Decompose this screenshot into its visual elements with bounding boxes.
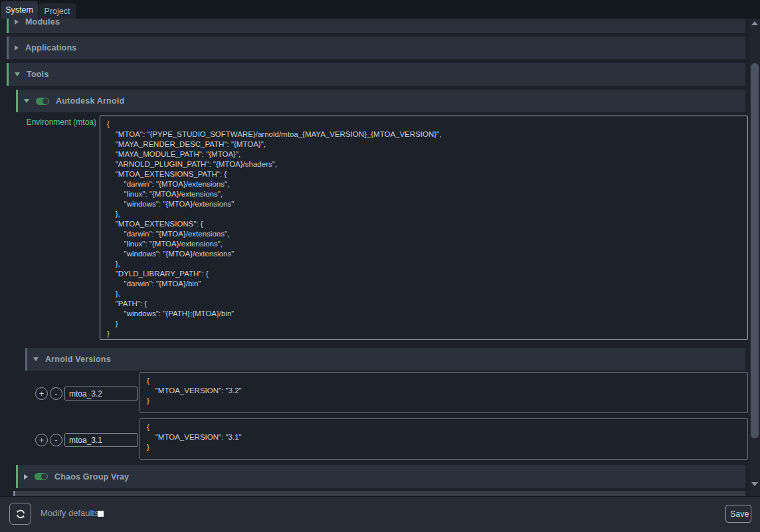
version-name-input[interactable]	[64, 387, 138, 400]
chevron-right-icon	[15, 45, 19, 50]
section-label: Tools	[27, 70, 48, 79]
chevron-down-icon	[15, 72, 20, 76]
section-header-chaos-group-vray[interactable]: Chaos Group Vray	[16, 465, 745, 488]
section-label: Chaos Group Vray	[54, 472, 129, 482]
section-header-autodesk-arnold[interactable]: Autodesk Arnold	[16, 90, 745, 112]
section-label: Autodesk Arnold	[56, 96, 124, 106]
modify-defaults-label: Modify defaults	[41, 508, 98, 518]
toggle-knob-icon	[41, 474, 47, 480]
section-label: Applications	[25, 43, 76, 52]
tab-project[interactable]: Project	[39, 3, 76, 19]
refresh-icon	[15, 509, 26, 519]
vertical-scrollbar[interactable]	[749, 19, 760, 496]
scroll-down-button[interactable]	[749, 480, 760, 489]
version-value-editor[interactable]: { "MTOA_VERSION": "3.2" }	[140, 372, 748, 413]
chevron-down-icon	[24, 99, 29, 103]
partial-next-row	[13, 491, 745, 496]
refresh-button[interactable]	[9, 503, 31, 525]
remove-version-button[interactable]: -	[50, 434, 62, 446]
tab-system[interactable]: System	[1, 1, 38, 19]
section-header-arnold-versions[interactable]: Arnold Versions	[25, 348, 745, 371]
arrow-up-icon	[751, 21, 758, 25]
environment-mtoa-editor[interactable]: { "MTOA": "{PYPE_STUDIO_SOFTWARE}/arnold…	[100, 116, 748, 340]
tab-bar: System Project	[0, 0, 760, 19]
scrollbar-thumb[interactable]	[751, 63, 759, 438]
scroll-up-button[interactable]	[749, 19, 760, 28]
settings-scroll-area: Modules Applications Tools Autodesk Arno…	[0, 19, 749, 496]
toggle-knob-icon	[43, 98, 48, 104]
chevron-right-icon	[15, 19, 19, 25]
chevron-right-icon	[24, 474, 28, 480]
environment-mtoa-label: Environment (mtoa)	[7, 118, 96, 127]
remove-version-button[interactable]: -	[50, 387, 62, 400]
section-header-modules[interactable]: Modules	[7, 19, 745, 33]
section-header-tools[interactable]: Tools	[7, 63, 745, 86]
chevron-down-icon	[33, 357, 39, 361]
arnold-enabled-toggle[interactable]	[36, 98, 49, 105]
section-label: Arnold Versions	[45, 355, 111, 364]
section-header-applications[interactable]: Applications	[7, 37, 745, 59]
add-version-button[interactable]: +	[35, 387, 48, 400]
save-button[interactable]: Save	[725, 505, 751, 523]
section-label: Modules	[25, 19, 60, 27]
vray-enabled-toggle[interactable]	[35, 473, 48, 480]
modify-defaults-checkbox[interactable]	[98, 511, 104, 517]
version-name-input[interactable]	[64, 433, 138, 447]
add-version-button[interactable]: +	[35, 434, 48, 446]
footer-bar: Modify defaults Save	[0, 496, 760, 532]
version-value-editor[interactable]: { "MTOA_VERSION": "3.1" }	[140, 418, 748, 460]
arrow-down-icon	[751, 482, 758, 486]
